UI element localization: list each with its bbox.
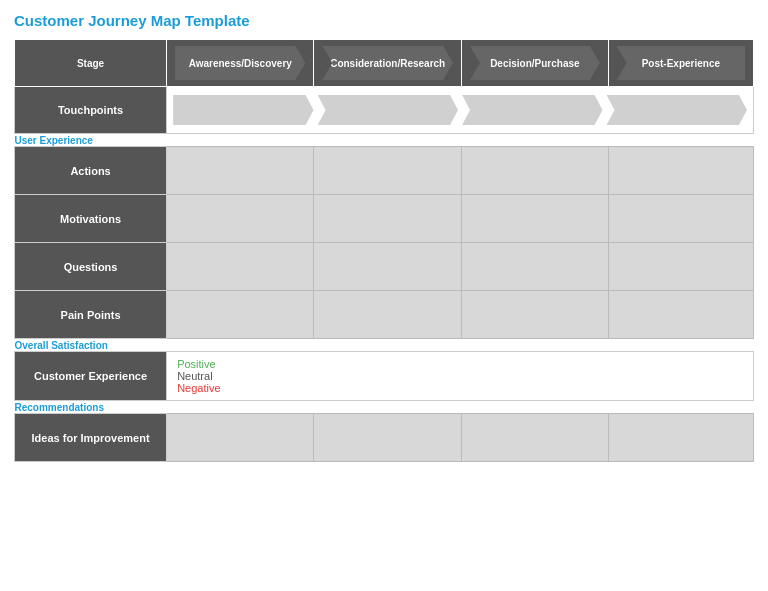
pain-points-col1[interactable] <box>167 291 314 339</box>
pain-points-col4[interactable] <box>608 291 753 339</box>
pain-points-col3[interactable] <box>462 291 609 339</box>
tp-arrow-2 <box>318 95 458 125</box>
questions-label: Questions <box>15 243 167 291</box>
user-experience-section: User Experience <box>15 134 754 147</box>
actions-col2[interactable] <box>314 147 462 195</box>
questions-col4[interactable] <box>608 243 753 291</box>
ce-negative: Negative <box>177 382 743 394</box>
questions-col2[interactable] <box>314 243 462 291</box>
motivations-col1[interactable] <box>167 195 314 243</box>
col-header-3: Decision/Purchase <box>462 40 609 87</box>
touchpoints-label: Touchpoints <box>15 87 167 134</box>
motivations-label: Motivations <box>15 195 167 243</box>
ideas-col2[interactable] <box>314 414 462 462</box>
col-header-1: Awareness/Discovery <box>167 40 314 87</box>
questions-col3[interactable] <box>462 243 609 291</box>
pain-points-col2[interactable] <box>314 291 462 339</box>
tp-arrow-3 <box>462 95 602 125</box>
recommendations-section: Recommendations <box>15 401 754 414</box>
pain-points-label: Pain Points <box>15 291 167 339</box>
col-header-2: Consideration/Research <box>314 40 462 87</box>
actions-col1[interactable] <box>167 147 314 195</box>
actions-col4[interactable] <box>608 147 753 195</box>
actions-col3[interactable] <box>462 147 609 195</box>
motivations-col3[interactable] <box>462 195 609 243</box>
motivations-col4[interactable] <box>608 195 753 243</box>
ideas-col4[interactable] <box>608 414 753 462</box>
questions-col1[interactable] <box>167 243 314 291</box>
ce-neutral: Neutral <box>177 370 743 382</box>
touchpoints-content <box>167 87 754 134</box>
customer-experience-content[interactable]: Positive Neutral Negative <box>167 352 754 401</box>
page-title: Customer Journey Map Template <box>14 12 754 29</box>
customer-experience-label: Customer Experience <box>15 352 167 401</box>
ideas-col3[interactable] <box>462 414 609 462</box>
actions-label: Actions <box>15 147 167 195</box>
tp-arrow-1 <box>173 95 313 125</box>
ce-positive: Positive <box>177 358 743 370</box>
stage-header: Stage <box>15 40 167 87</box>
tp-arrow-4 <box>607 95 747 125</box>
ideas-col1[interactable] <box>167 414 314 462</box>
overall-satisfaction-section: Overall Satisfaction <box>15 339 754 352</box>
ideas-label: Ideas for Improvement <box>15 414 167 462</box>
motivations-col2[interactable] <box>314 195 462 243</box>
col-header-4: Post-Experience <box>608 40 753 87</box>
